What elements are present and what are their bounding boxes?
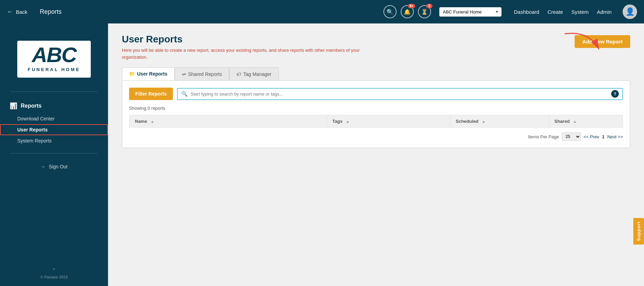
org-select-wrapper: ABC Funeral Home: [435, 7, 501, 17]
tab-shared-reports[interactable]: ⇌ Shared Reports: [175, 67, 229, 80]
sort-icon-name: ▲: [150, 119, 154, 124]
support-tab[interactable]: Support: [633, 218, 644, 245]
sidebar: ABC FUNERAL HOME 📊 Reports Download Cent…: [0, 23, 108, 286]
reports-table: Name ▲ Tags ▲ Scheduled ▲ Shared: [129, 115, 623, 128]
page-header-left: User Reports Here you will be able to cr…: [122, 34, 363, 60]
page-description: Here you will be able to create a new re…: [122, 47, 363, 60]
items-per-page-select[interactable]: 25 50 100: [562, 132, 581, 141]
bell-badge: 9+: [408, 4, 415, 8]
nav-create[interactable]: Create: [547, 9, 563, 15]
nav-icons: 🔍 🔔 9+ ⏳ 5 ABC Funeral Home: [383, 5, 501, 18]
sidebar-section-label: Reports: [21, 103, 41, 109]
search-icon: 🔍: [181, 91, 188, 97]
logo-abc-text: ABC: [28, 44, 80, 66]
search-icon-btn[interactable]: 🔍: [383, 5, 397, 18]
passare-logo-icon: ◦: [40, 265, 68, 274]
nav-links: Dashboard Create System Admin 👤: [514, 4, 637, 19]
nav-title: Reports: [40, 8, 378, 16]
tabs: 📁 User Reports ⇌ Shared Reports 🏷 Tag Ma…: [122, 67, 630, 80]
footer-copyright: © Passare 2019: [40, 275, 68, 279]
clock-icon: ⏳: [421, 9, 428, 15]
col-name[interactable]: Name ▲: [129, 115, 327, 128]
logo-box: ABC FUNERAL HOME: [17, 41, 90, 78]
col-scheduled[interactable]: Scheduled ▲: [450, 115, 549, 128]
col-shared[interactable]: Shared ▲: [549, 115, 623, 128]
avatar[interactable]: 👤: [623, 4, 637, 19]
filter-reports-button[interactable]: Filter Reports: [129, 88, 173, 100]
bell-icon: 🔔: [404, 9, 411, 15]
clock-badge: 5: [426, 4, 432, 8]
nav-system[interactable]: System: [571, 9, 588, 15]
search-help-icon[interactable]: ?: [611, 90, 619, 98]
sidebar-item-user-reports[interactable]: User Reports: [0, 124, 108, 135]
sidebar-divider-mid: [11, 153, 97, 154]
tab-tag-manager[interactable]: 🏷 Tag Manager: [229, 67, 279, 80]
tab-user-reports[interactable]: 📁 User Reports: [122, 67, 175, 80]
sort-icon-shared: ▲: [573, 119, 577, 124]
showing-count: Showing 0 reports: [129, 106, 623, 111]
sort-icon-scheduled: ▲: [482, 119, 486, 124]
back-button[interactable]: ← Back: [7, 8, 27, 16]
org-select[interactable]: ABC Funeral Home: [439, 7, 501, 17]
col-tags[interactable]: Tags ▲: [327, 115, 450, 128]
main-content: User Reports Here you will be able to cr…: [108, 23, 644, 286]
clock-btn[interactable]: ⏳ 5: [418, 5, 431, 18]
table-area: Filter Reports 🔍 ? Showing 0 reports Nam…: [122, 80, 630, 148]
highlight-arrow: [561, 30, 603, 55]
page-header: User Reports Here you will be able to cr…: [122, 34, 630, 60]
pagination-row: Items Per Page 25 50 100 << Prev 1 Next …: [129, 132, 623, 141]
back-label: Back: [16, 9, 27, 15]
page-header-right: Add New Report: [575, 34, 630, 48]
user-reports-tab-icon: 📁: [129, 71, 135, 77]
search-icon: 🔍: [387, 9, 393, 15]
top-navbar: ← Back Reports 🔍 🔔 9+ ⏳ 5 ABC Funeral Ho…: [0, 0, 644, 23]
sidebar-footer: ◦ © Passare 2019: [33, 258, 75, 286]
sidebar-section-reports[interactable]: 📊 Reports: [0, 99, 108, 113]
nav-admin[interactable]: Admin: [597, 9, 612, 15]
notifications-btn[interactable]: 🔔 9+: [401, 5, 414, 18]
nav-dashboard[interactable]: Dashboard: [514, 9, 539, 15]
reports-icon: 📊: [10, 102, 17, 110]
sidebar-divider-top: [11, 91, 97, 92]
signout-icon: →: [40, 164, 45, 169]
shared-reports-tab-icon: ⇌: [182, 71, 186, 77]
avatar-icon: 👤: [625, 7, 635, 16]
sidebar-signout[interactable]: → Sign Out: [31, 160, 77, 173]
sidebar-nav: 📊 Reports Download Center User Reports S…: [0, 95, 108, 150]
search-wrapper: 🔍 ?: [177, 88, 623, 100]
signout-label: Sign Out: [49, 164, 67, 169]
items-per-page-label: Items Per Page: [528, 134, 559, 139]
sidebar-item-system-reports[interactable]: System Reports: [0, 135, 108, 146]
tag-manager-tab-icon: 🏷: [236, 71, 241, 77]
search-input[interactable]: [191, 89, 611, 99]
sidebar-item-download-center[interactable]: Download Center: [0, 113, 108, 124]
current-page: 1: [602, 134, 604, 139]
tab-user-reports-label: User Reports: [137, 71, 167, 77]
filter-search-row: Filter Reports 🔍 ?: [129, 88, 623, 100]
page-title: User Reports: [122, 34, 363, 45]
table-header: Name ▲ Tags ▲ Scheduled ▲ Shared: [129, 115, 623, 128]
layout: ABC FUNERAL HOME 📊 Reports Download Cent…: [0, 23, 644, 286]
next-page-button[interactable]: Next >>: [607, 134, 623, 139]
sort-icon-tags: ▲: [346, 119, 350, 124]
tab-shared-reports-label: Shared Reports: [188, 71, 222, 77]
logo-subtitle: FUNERAL HOME: [28, 67, 80, 72]
prev-page-button[interactable]: << Prev: [584, 134, 599, 139]
back-arrow-icon: ←: [7, 8, 13, 16]
sidebar-logo: ABC FUNERAL HOME: [10, 30, 97, 88]
tab-tag-manager-label: Tag Manager: [243, 71, 272, 77]
